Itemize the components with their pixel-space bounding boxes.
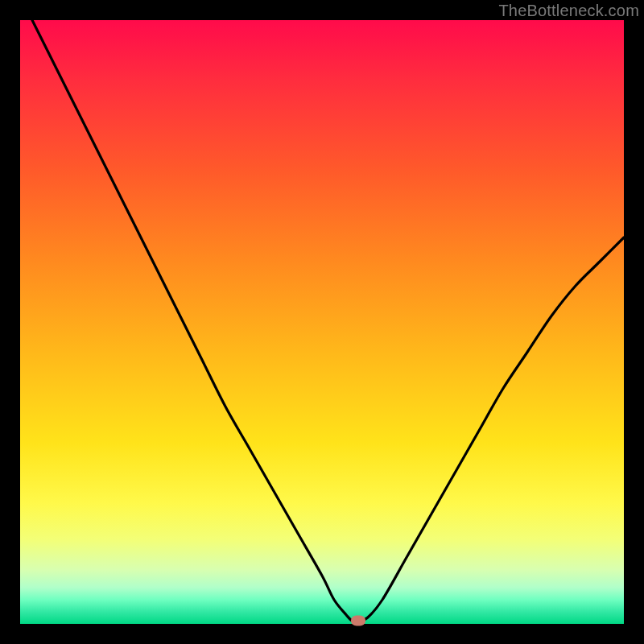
bottleneck-curve [20, 20, 624, 624]
chart-frame: TheBottleneck.com [0, 0, 644, 644]
optimal-point-marker [351, 616, 365, 626]
attribution-text: TheBottleneck.com [498, 2, 639, 20]
